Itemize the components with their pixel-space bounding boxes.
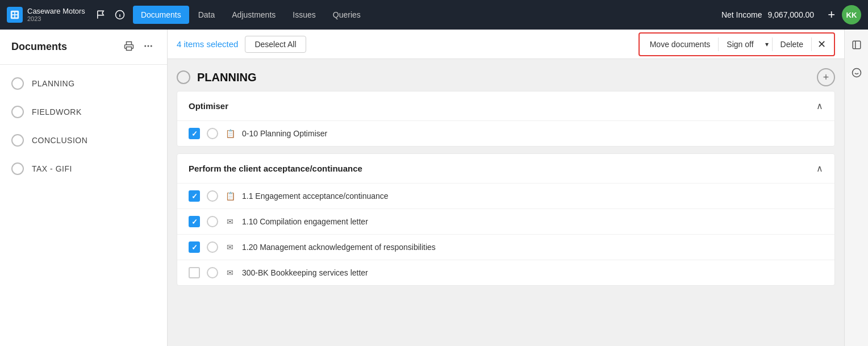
group-client-acceptance: Perform the client acceptance/continuanc… (177, 153, 835, 286)
sidebar-item-label: PLANNING (32, 79, 75, 88)
more-options-button[interactable] (141, 39, 156, 55)
main-layout: Documents PLANNING FIELDWORK CON (0, 30, 868, 346)
doc-name: 1.1 Engagement acceptance/continuance (242, 191, 389, 201)
section-checkbox[interactable] (177, 70, 190, 84)
doc-status-circle (207, 267, 218, 278)
sidebar-header: Documents (0, 30, 167, 65)
sidebar: Documents PLANNING FIELDWORK CON (0, 30, 168, 346)
sidebar-item-label: TAX - GIFI (32, 164, 72, 173)
content-area: 4 items selected Deselect All Move docum… (168, 30, 844, 346)
sidebar-title: Documents (11, 41, 67, 53)
planning-circle (11, 77, 24, 90)
section-header-row: PLANNING + (177, 59, 835, 91)
svg-point-10 (148, 45, 149, 47)
doc-type-icon: ✉ (225, 268, 235, 277)
doc-name: 300-BK Bookkeeping services letter (242, 268, 368, 277)
doc-type-icon: ✉ (225, 243, 235, 252)
sidebar-item-planning[interactable]: PLANNING (0, 69, 167, 98)
brand: Caseware Motors 2023 (7, 7, 85, 23)
emoji-button[interactable] (848, 64, 865, 83)
sidebar-item-tax-gifi[interactable]: TAX - GIFI (0, 155, 167, 183)
doc-type-icon: 📋 (225, 191, 235, 201)
doc-name: 0-10 Planning Optimiser (242, 129, 327, 138)
flag-button[interactable] (92, 6, 109, 23)
svg-point-9 (144, 45, 146, 47)
signoff-group: Sign off ▾ (719, 35, 771, 53)
doc-status-circle (207, 190, 218, 202)
sidebar-item-label: FIELDWORK (32, 107, 82, 116)
info-button[interactable] (111, 6, 128, 23)
deselect-all-button[interactable]: Deselect All (245, 36, 306, 53)
table-row: ✉ 1.20 Management acknowledgement of res… (177, 234, 834, 260)
avatar[interactable]: KK (842, 5, 861, 24)
tab-queries[interactable]: Queries (325, 6, 369, 24)
tab-documents[interactable]: Documents (133, 6, 189, 24)
add-section-button[interactable]: + (817, 68, 835, 86)
doc-type-icon: 📋 (225, 129, 235, 138)
toolbar-actions: Move documents Sign off ▾ Delete ✕ (639, 32, 835, 56)
collapse-optimiser-button[interactable]: ∧ (816, 101, 823, 111)
sign-off-chevron[interactable]: ▾ (762, 36, 772, 53)
section-title: PLANNING (197, 71, 810, 84)
doc-checkbox-ca1[interactable] (189, 190, 200, 202)
delete-button[interactable]: Delete (773, 35, 811, 53)
svg-rect-12 (853, 41, 861, 49)
conclusion-circle (11, 134, 24, 147)
brand-logo (7, 7, 23, 23)
top-navigation: Caseware Motors 2023 Documents Data Adju… (0, 0, 868, 30)
sidebar-nav: PLANNING FIELDWORK CONCLUSION TAX - GIFI (0, 65, 167, 187)
panel-toggle-button[interactable] (848, 36, 865, 55)
doc-name: 1.10 Compilation engagement letter (242, 217, 368, 226)
table-row: ✉ 300-BK Bookkeeping services letter (177, 260, 834, 285)
items-selected-text: 4 items selected (177, 39, 238, 49)
brand-year: 2023 (27, 15, 85, 23)
svg-rect-1 (12, 12, 15, 15)
sidebar-item-fieldwork[interactable]: FIELDWORK (0, 98, 167, 126)
group-optimiser: Optimiser ∧ 📋 0-10 Planning Optimiser (177, 91, 835, 147)
svg-rect-4 (15, 15, 18, 18)
tab-adjustments[interactable]: Adjustments (224, 6, 283, 24)
brand-name: Caseware Motors (27, 7, 85, 15)
table-row: 📋 0-10 Planning Optimiser (177, 120, 834, 146)
doc-status-circle (207, 128, 218, 139)
doc-status-circle (207, 216, 218, 227)
doc-name: 1.20 Management acknowledgement of respo… (242, 243, 436, 252)
doc-status-circle (207, 241, 218, 253)
svg-rect-2 (15, 12, 18, 15)
sidebar-actions (122, 39, 156, 55)
table-row: ✉ 1.10 Compilation engagement letter (177, 209, 834, 234)
tab-data[interactable]: Data (190, 6, 223, 24)
doc-checkbox-ca4[interactable] (189, 267, 200, 278)
sign-off-button[interactable]: Sign off (719, 35, 761, 53)
svg-rect-0 (11, 11, 19, 19)
close-selection-button[interactable]: ✕ (812, 34, 832, 55)
svg-point-11 (151, 45, 152, 47)
table-row: 📋 1.1 Engagement acceptance/continuance (177, 183, 834, 209)
toolbar: 4 items selected Deselect All Move docum… (168, 30, 844, 59)
doc-checkbox-opt1[interactable] (189, 128, 200, 139)
scroll-area[interactable]: PLANNING + Optimiser ∧ 📋 0-10 Planning O… (168, 59, 844, 346)
nav-tabs: Documents Data Adjustments Issues Querie… (133, 6, 369, 24)
group-title: Optimiser (189, 101, 228, 111)
add-button[interactable]: + (823, 5, 840, 24)
sidebar-item-conclusion[interactable]: CONCLUSION (0, 126, 167, 155)
svg-rect-3 (12, 15, 15, 18)
svg-point-14 (852, 69, 861, 77)
doc-checkbox-ca2[interactable] (189, 216, 200, 227)
net-income-value: 9,067,000.00 (767, 10, 814, 19)
fieldwork-circle (11, 106, 24, 118)
doc-checkbox-ca3[interactable] (189, 241, 200, 253)
group-header-optimiser[interactable]: Optimiser ∧ (177, 91, 834, 120)
group-header-client-acceptance[interactable]: Perform the client acceptance/continuanc… (177, 154, 834, 183)
brand-text: Caseware Motors 2023 (27, 7, 85, 23)
move-documents-button[interactable]: Move documents (642, 35, 719, 53)
net-income: Net Income 9,067,000.00 (718, 10, 814, 19)
collapse-client-acceptance-button[interactable]: ∧ (816, 163, 823, 174)
net-income-label: Net Income (721, 10, 762, 19)
svg-rect-8 (127, 47, 132, 51)
tab-issues[interactable]: Issues (285, 6, 323, 24)
group-title: Perform the client acceptance/continuanc… (189, 164, 362, 173)
print-button[interactable] (122, 39, 136, 55)
tax-gifi-circle (11, 162, 24, 175)
sidebar-item-label: CONCLUSION (32, 136, 87, 145)
